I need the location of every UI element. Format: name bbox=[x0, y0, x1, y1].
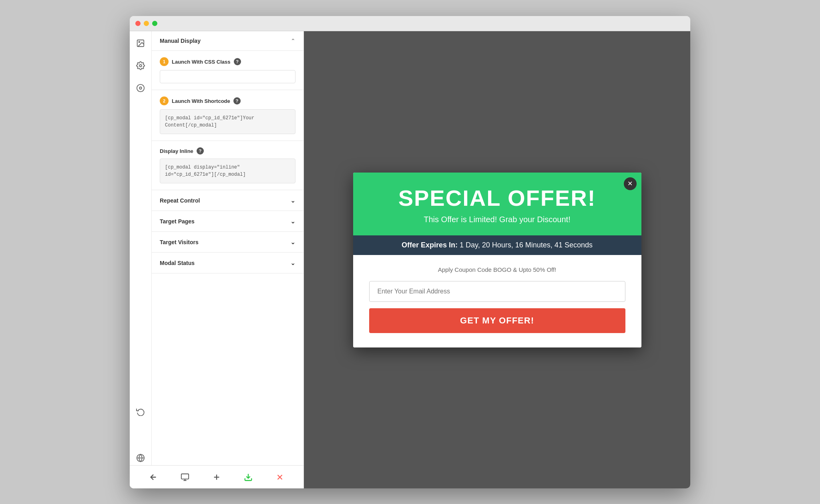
step1-help-icon[interactable]: ? bbox=[234, 58, 241, 65]
target-visitors-title: Target Visitors bbox=[160, 239, 199, 245]
step2-help-icon[interactable]: ? bbox=[233, 97, 241, 104]
target-pages-title: Target Pages bbox=[160, 218, 195, 225]
bottom-toolbar bbox=[130, 465, 303, 488]
step1-section: 1 Launch With CSS Class ? bbox=[152, 51, 303, 90]
step1-label-row: 1 Launch With CSS Class ? bbox=[160, 57, 295, 66]
titlebar bbox=[130, 16, 690, 31]
display-inline-help-icon[interactable]: ? bbox=[197, 147, 204, 155]
delete-button[interactable] bbox=[273, 470, 287, 484]
refresh-icon[interactable] bbox=[133, 404, 148, 419]
step2-label-row: 2 Launch With Shortcode ? bbox=[160, 96, 295, 105]
minimize-dot[interactable] bbox=[144, 21, 149, 26]
svg-rect-8 bbox=[181, 474, 189, 479]
target-visitors-section: Target Visitors ⌄ bbox=[152, 232, 303, 253]
app-window: Manual Display ⌃ 1 Launch With CSS Class… bbox=[130, 16, 690, 488]
target-pages-chevron-icon: ⌄ bbox=[290, 217, 295, 225]
manual-display-section-header: Manual Display ⌃ bbox=[152, 31, 303, 51]
modal-body: Apply Coupon Code BOGO & Upto 50% Off! G… bbox=[353, 255, 641, 347]
download-button[interactable] bbox=[241, 470, 255, 484]
add-button[interactable] bbox=[209, 470, 224, 484]
target-pages-section: Target Pages ⌄ bbox=[152, 211, 303, 232]
monitor-button[interactable] bbox=[178, 470, 192, 484]
display-inline-label: Display Inline bbox=[160, 148, 193, 154]
step2-label: Launch With Shortcode bbox=[172, 98, 230, 104]
chevron-up-icon: ⌃ bbox=[291, 38, 295, 44]
display-inline-label-row: Display Inline ? bbox=[160, 147, 295, 155]
modal-status-header[interactable]: Modal Status ⌄ bbox=[152, 253, 303, 273]
modal-timer-text: Offer Expires In: 1 Day, 20 Hours, 16 Mi… bbox=[402, 241, 593, 249]
repeat-control-header[interactable]: Repeat Control ⌄ bbox=[152, 190, 303, 211]
sidebar: Manual Display ⌃ 1 Launch With CSS Class… bbox=[130, 31, 304, 488]
inline-code-block[interactable]: [cp_modal display="inline" id="cp_id_627… bbox=[160, 159, 295, 183]
cta-button[interactable]: GET MY OFFER! bbox=[369, 308, 625, 333]
step1-label: Launch With CSS Class bbox=[172, 59, 231, 65]
back-button[interactable] bbox=[146, 470, 161, 484]
modal-subtitle: This Offer is Limited! Grab your Discoun… bbox=[369, 215, 625, 224]
repeat-control-title: Repeat Control bbox=[160, 197, 200, 204]
modal-status-section: Modal Status ⌄ bbox=[152, 253, 303, 273]
modal-overlay: ✕ SPECIAL OFFER! This Offer is Limited! … bbox=[304, 31, 690, 488]
target-visitors-header[interactable]: Target Visitors ⌄ bbox=[152, 232, 303, 252]
repeat-control-chevron-icon: ⌄ bbox=[290, 197, 295, 204]
modal-timer-label: Offer Expires In: bbox=[402, 241, 458, 249]
app-body: Manual Display ⌃ 1 Launch With CSS Class… bbox=[130, 31, 690, 488]
clock-icon[interactable] bbox=[133, 81, 148, 95]
modal-close-button[interactable]: ✕ bbox=[624, 177, 637, 190]
shortcode-block[interactable]: [cp_modal id="cp_id_6271e"]Your Content[… bbox=[160, 109, 295, 134]
modal-coupon-text: Apply Coupon Code BOGO & Upto 50% Off! bbox=[369, 266, 625, 273]
image-icon[interactable] bbox=[133, 36, 148, 50]
preview-area: ✕ SPECIAL OFFER! This Offer is Limited! … bbox=[304, 31, 690, 488]
svg-point-4 bbox=[139, 87, 142, 89]
step1-badge: 1 bbox=[160, 57, 169, 66]
modal-popup: ✕ SPECIAL OFFER! This Offer is Limited! … bbox=[353, 173, 641, 347]
svg-point-2 bbox=[139, 64, 142, 67]
modal-header: SPECIAL OFFER! This Offer is Limited! Gr… bbox=[353, 173, 641, 235]
repeat-control-section: Repeat Control ⌄ bbox=[152, 190, 303, 211]
modal-title: SPECIAL OFFER! bbox=[369, 187, 625, 209]
modal-status-chevron-icon: ⌄ bbox=[290, 259, 295, 267]
step2-badge: 2 bbox=[160, 96, 169, 105]
sidebar-left: Manual Display ⌃ 1 Launch With CSS Class… bbox=[130, 31, 303, 465]
gear-icon[interactable] bbox=[133, 58, 148, 73]
modal-close-icon: ✕ bbox=[627, 180, 633, 187]
email-input[interactable] bbox=[369, 281, 625, 302]
sidebar-main-content: Manual Display ⌃ 1 Launch With CSS Class… bbox=[152, 31, 303, 465]
svg-point-1 bbox=[139, 41, 140, 42]
modal-status-title: Modal Status bbox=[160, 260, 195, 266]
modal-timer-value: 1 Day, 20 Hours, 16 Minutes, 41 Seconds bbox=[460, 241, 593, 249]
globe-icon[interactable] bbox=[133, 451, 148, 465]
modal-timer-bar: Offer Expires In: 1 Day, 20 Hours, 16 Mi… bbox=[353, 235, 641, 255]
svg-point-3 bbox=[137, 84, 144, 92]
manual-display-title: Manual Display bbox=[160, 38, 201, 44]
close-dot[interactable] bbox=[135, 21, 141, 26]
maximize-dot[interactable] bbox=[152, 21, 157, 26]
step2-section: 2 Launch With Shortcode ? [cp_modal id="… bbox=[152, 90, 303, 141]
target-visitors-chevron-icon: ⌄ bbox=[290, 238, 295, 246]
sidebar-icon-rail bbox=[130, 31, 152, 465]
display-inline-section: Display Inline ? [cp_modal display="inli… bbox=[152, 141, 303, 190]
target-pages-header[interactable]: Target Pages ⌄ bbox=[152, 211, 303, 231]
css-class-input[interactable] bbox=[160, 70, 295, 83]
